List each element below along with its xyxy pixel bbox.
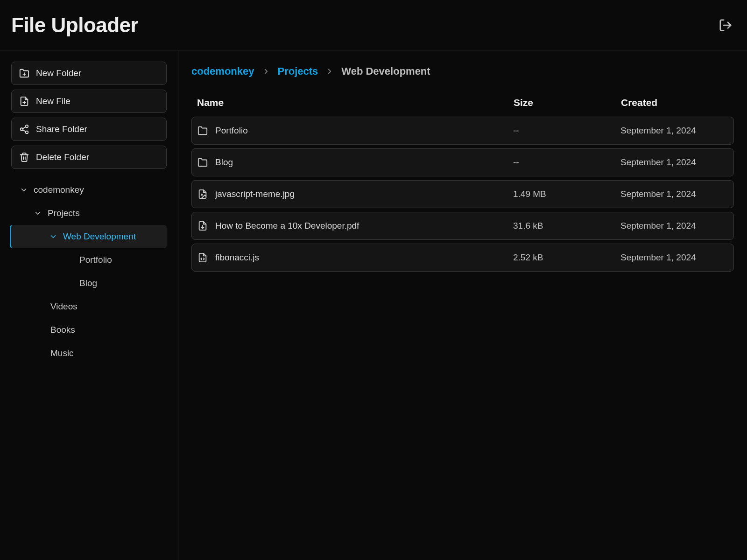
chevron-down-icon <box>49 232 57 241</box>
sidebar: New Folder New File Share Folder Delete … <box>0 50 178 560</box>
chevron-right-icon <box>262 67 270 76</box>
tree-item-label: Portfolio <box>79 255 112 265</box>
tree-item-label: Web Development <box>63 231 136 242</box>
file-name: javascript-meme.jpg <box>215 189 295 199</box>
file-size: -- <box>513 157 620 168</box>
file-size: 1.49 MB <box>513 189 620 199</box>
tree-item-root[interactable]: codemonkey <box>11 178 167 202</box>
table-row[interactable]: javascript-meme.jpg 1.49 MB September 1,… <box>191 180 734 208</box>
file-size: 2.52 kB <box>513 252 620 263</box>
table-row[interactable]: Portfolio -- September 1, 2024 <box>191 117 734 145</box>
breadcrumb: codemonkey Projects Web Development <box>191 65 734 77</box>
file-size: 31.6 kB <box>513 221 620 231</box>
delete-folder-button[interactable]: Delete Folder <box>11 146 167 169</box>
logout-icon <box>719 18 733 32</box>
table-row[interactable]: Blog -- September 1, 2024 <box>191 148 734 176</box>
tree-item-projects[interactable]: Projects <box>11 202 167 225</box>
folder-icon <box>197 126 208 136</box>
code-file-icon <box>197 252 208 263</box>
column-created: Created <box>621 97 728 108</box>
file-created: September 1, 2024 <box>620 252 728 263</box>
file-created: September 1, 2024 <box>620 221 728 231</box>
chevron-right-icon <box>325 67 334 76</box>
folder-plus-icon <box>19 68 29 78</box>
tree-item-label: Projects <box>48 208 80 218</box>
tree-item-videos[interactable]: Videos <box>11 295 167 318</box>
file-list: Portfolio -- September 1, 2024 Blog -- S… <box>191 117 734 272</box>
tree-item-label: Videos <box>50 301 78 312</box>
tree-item-portfolio[interactable]: Portfolio <box>11 248 167 272</box>
app-header: File Uploader <box>0 0 747 50</box>
file-created: September 1, 2024 <box>620 126 728 136</box>
table-row[interactable]: fibonacci.js 2.52 kB September 1, 2024 <box>191 244 734 272</box>
pdf-file-icon <box>197 221 208 231</box>
main-content: codemonkey Projects Web Development Name… <box>178 50 747 560</box>
new-file-label: New File <box>36 96 70 106</box>
file-plus-icon <box>19 96 29 106</box>
table-row[interactable]: How to Become a 10x Developer.pdf 31.6 k… <box>191 212 734 240</box>
share-icon <box>19 124 29 134</box>
file-name: fibonacci.js <box>215 252 259 263</box>
breadcrumb-current: Web Development <box>341 65 430 77</box>
column-name: Name <box>197 97 514 108</box>
trash-icon <box>19 152 29 162</box>
svg-line-9 <box>23 127 26 129</box>
logout-button[interactable] <box>717 17 734 34</box>
tree-item-label: Music <box>50 348 74 358</box>
tree-item-blog[interactable]: Blog <box>11 272 167 295</box>
file-size: -- <box>513 126 620 136</box>
file-name: Blog <box>215 157 233 168</box>
chevron-down-icon <box>34 209 42 217</box>
tree-item-label: Blog <box>79 278 97 288</box>
new-file-button[interactable]: New File <box>11 90 167 113</box>
folder-tree: codemonkey Projects Web Development Port… <box>11 178 167 365</box>
new-folder-button[interactable]: New Folder <box>11 62 167 85</box>
tree-item-music[interactable]: Music <box>11 342 167 365</box>
svg-point-10 <box>201 194 203 196</box>
folder-icon <box>197 157 208 168</box>
new-folder-label: New Folder <box>36 68 81 78</box>
svg-line-8 <box>23 130 26 132</box>
breadcrumb-root[interactable]: codemonkey <box>191 65 254 77</box>
tree-item-web-development[interactable]: Web Development <box>10 225 167 248</box>
delete-folder-label: Delete Folder <box>36 152 89 162</box>
share-folder-button[interactable]: Share Folder <box>11 118 167 141</box>
breadcrumb-projects[interactable]: Projects <box>278 65 318 77</box>
chevron-down-icon <box>20 186 28 194</box>
file-list-header: Name Size Created <box>191 91 734 117</box>
image-file-icon <box>197 189 208 199</box>
column-size: Size <box>514 97 621 108</box>
tree-item-label: Books <box>50 325 75 335</box>
file-created: September 1, 2024 <box>620 157 728 168</box>
file-created: September 1, 2024 <box>620 189 728 199</box>
share-folder-label: Share Folder <box>36 124 87 134</box>
app-title: File Uploader <box>11 14 138 37</box>
file-name: How to Become a 10x Developer.pdf <box>215 221 359 231</box>
tree-item-label: codemonkey <box>34 185 84 195</box>
tree-item-books[interactable]: Books <box>11 318 167 342</box>
file-name: Portfolio <box>215 126 248 136</box>
